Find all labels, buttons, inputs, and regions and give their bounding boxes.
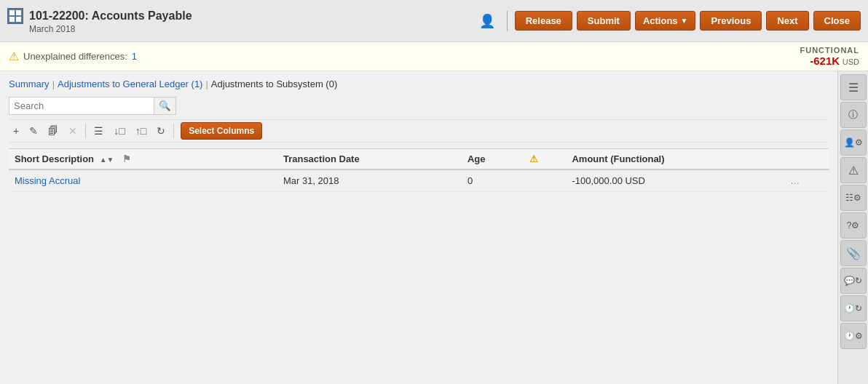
- col-header-warning: ⚠: [524, 149, 567, 170]
- warning-left: ⚠ Unexplained differences: 1: [9, 49, 137, 63]
- sidebar-list-icon-btn[interactable]: ☰: [840, 74, 867, 100]
- tab-adjustments-gl[interactable]: Adjustments to General Ledger (1): [58, 79, 202, 89]
- search-input[interactable]: [9, 97, 154, 115]
- data-table: Short Description ▲▼ ⚑ Transaction Date …: [9, 148, 829, 192]
- grid-icon: [7, 8, 23, 24]
- functional-amount: -621K: [810, 55, 840, 67]
- search-bar: 🔍: [9, 97, 829, 115]
- page-subtitle: March 2018: [29, 24, 479, 34]
- sidebar-info-icon-btn[interactable]: ⓘ: [840, 102, 867, 128]
- sidebar-chat-refresh-icon-btn[interactable]: 💬↻: [840, 268, 867, 294]
- copy-button[interactable]: 🗐: [44, 122, 63, 140]
- alert-icon: ⚠: [848, 164, 859, 177]
- sidebar-clock-settings-icon-btn[interactable]: 🕐⚙: [840, 323, 867, 349]
- flag-col-header: ⚑: [122, 153, 131, 164]
- warn-col-icon: ⚠: [529, 153, 538, 164]
- refresh-button[interactable]: ↻: [152, 122, 170, 140]
- sidebar-alert-icon-btn[interactable]: ⚠: [840, 157, 867, 183]
- sidebar-user-settings-icon-btn[interactable]: 👤⚙: [840, 129, 867, 156]
- description-link[interactable]: Missing Accrual: [15, 175, 80, 186]
- warning-count-link[interactable]: 1: [132, 51, 137, 62]
- actions-button[interactable]: Actions ▼: [635, 11, 696, 31]
- user-icon: 👤: [479, 13, 495, 29]
- functional-amount-row: -621K USD: [800, 55, 860, 67]
- list-icon: ☰: [848, 81, 859, 95]
- toolbar: + ✎ 🗐 ✕ ☰ ↓□ ↑□ ↻ Select Columns: [9, 119, 829, 143]
- close-button[interactable]: Close: [813, 11, 861, 31]
- middle-section: Summary | Adjustments to General Ledger …: [0, 71, 868, 384]
- col-header-description: Short Description ▲▼ ⚑: [9, 149, 277, 170]
- col-header-date: Transaction Date: [277, 149, 462, 170]
- col-header-age: Age: [462, 149, 524, 170]
- header-icon-title: 101-22200: Accounts Payable: [7, 8, 479, 24]
- cell-row-actions[interactable]: …: [784, 169, 829, 192]
- sidebar-paperclip-icon-btn[interactable]: 📎: [840, 240, 867, 266]
- functional-label: FUNCTIONAL: [800, 46, 860, 55]
- row-actions-icon[interactable]: …: [790, 175, 800, 186]
- search-button[interactable]: 🔍: [154, 97, 176, 115]
- import-button[interactable]: ↓□: [109, 122, 129, 140]
- sidebar-table-settings-icon-btn[interactable]: ☷⚙: [840, 185, 867, 211]
- columns-button[interactable]: ☰: [90, 122, 108, 140]
- table-header-row: Short Description ▲▼ ⚑ Transaction Date …: [9, 149, 829, 170]
- cell-age: 0: [462, 169, 524, 192]
- cell-amount: -100,000.00 USD: [566, 169, 784, 192]
- header-left: 101-22200: Accounts Payable March 2018: [7, 8, 479, 34]
- clock-refresh-icon: 🕐↻: [844, 303, 862, 313]
- clock-settings-icon: 🕐⚙: [844, 331, 863, 341]
- sidebar-help-settings-icon-btn[interactable]: ?⚙: [840, 212, 867, 239]
- cell-description: Missing Accrual: [9, 169, 277, 192]
- help-settings-icon: ?⚙: [847, 220, 860, 231]
- col-header-actions: [784, 149, 829, 170]
- info-icon: ⓘ: [848, 108, 858, 121]
- user-settings-icon: 👤⚙: [844, 137, 863, 148]
- next-button[interactable]: Next: [766, 11, 808, 31]
- warning-icon: ⚠: [9, 49, 19, 63]
- paperclip-icon: 📎: [846, 247, 861, 260]
- tab-summary[interactable]: Summary: [9, 79, 50, 89]
- select-columns-button[interactable]: Select Columns: [181, 122, 262, 140]
- edit-button[interactable]: ✎: [25, 122, 42, 140]
- previous-button[interactable]: Previous: [700, 11, 762, 31]
- sidebar-clock-refresh-icon-btn[interactable]: 🕐↻: [840, 295, 867, 321]
- app-layout: 101-22200: Accounts Payable March 2018 👤…: [0, 0, 868, 384]
- add-button[interactable]: +: [9, 122, 23, 140]
- warning-text: Unexplained differences:: [23, 51, 127, 62]
- header-actions: 👤 Release Submit Actions ▼ Previous Next…: [479, 11, 861, 31]
- toolbar-sep-2: [173, 124, 174, 138]
- table-row: Missing Accrual Mar 31, 2018 0 -100,000.…: [9, 169, 829, 192]
- divider: [507, 11, 508, 31]
- tabs: Summary | Adjustments to General Ledger …: [9, 79, 829, 89]
- delete-button[interactable]: ✕: [64, 122, 82, 140]
- header: 101-22200: Accounts Payable March 2018 👤…: [0, 0, 868, 42]
- submit-button[interactable]: Submit: [577, 11, 631, 31]
- tab-sep-1: |: [52, 79, 55, 89]
- tab-sep-2: |: [205, 79, 208, 89]
- warning-banner: ⚠ Unexplained differences: 1 FUNCTIONAL …: [0, 42, 868, 71]
- cell-date: Mar 31, 2018: [277, 169, 462, 192]
- content-area: Summary | Adjustments to General Ledger …: [0, 71, 837, 384]
- export-button[interactable]: ↑□: [131, 122, 151, 140]
- col-header-amount: Amount (Functional): [566, 149, 784, 170]
- release-button[interactable]: Release: [515, 11, 572, 31]
- toolbar-sep-1: [85, 124, 86, 138]
- table-settings-icon: ☷⚙: [845, 193, 861, 203]
- functional-info: FUNCTIONAL -621K USD: [800, 46, 860, 67]
- cell-warning: [524, 169, 567, 192]
- page-title: 101-22200: Accounts Payable: [29, 9, 192, 23]
- right-sidebar: ☰ ⓘ 👤⚙ ⚠ ☷⚙ ?⚙ 📎 💬↻ �: [837, 71, 868, 384]
- sort-icons[interactable]: ▲▼: [100, 156, 114, 164]
- chat-refresh-icon: 💬↻: [844, 276, 862, 286]
- functional-currency: USD: [843, 57, 859, 66]
- tab-adjustments-sub: Adjustments to Subsystem (0): [211, 79, 337, 89]
- dropdown-arrow-icon: ▼: [681, 17, 688, 25]
